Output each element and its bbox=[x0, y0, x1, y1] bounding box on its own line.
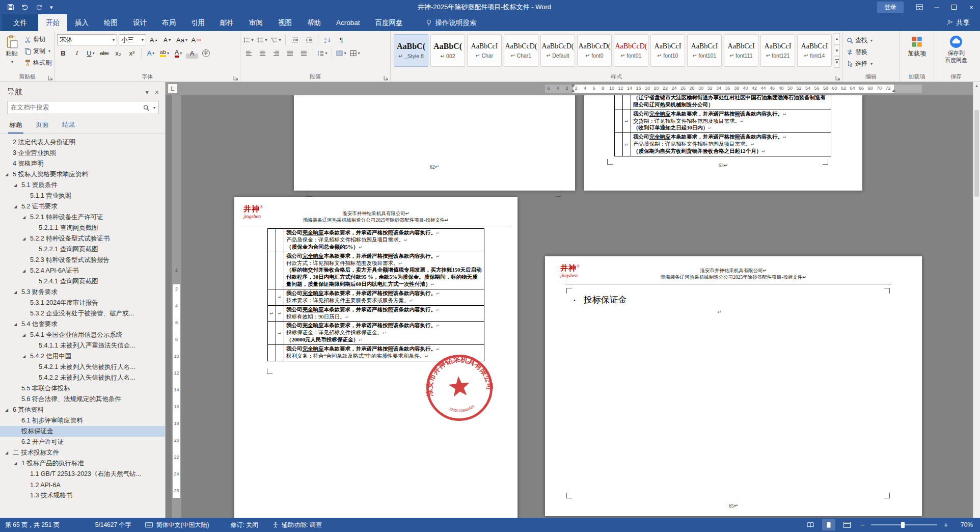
left-indent-marker[interactable] bbox=[571, 89, 575, 92]
nav-item[interactable]: 5.4.2.1 未被列入失信被执行人名... bbox=[0, 362, 165, 373]
expand-arrow-icon[interactable]: ◢ bbox=[22, 215, 30, 220]
shrink-font-button[interactable]: A▼ bbox=[161, 34, 174, 45]
nav-item[interactable]: 4 资格声明 bbox=[0, 158, 165, 169]
show-formatting-marks-button[interactable]: ¶ bbox=[335, 34, 347, 45]
nav-item[interactable]: 1.1 GB/T 22513-2023《石油天然气钻... bbox=[0, 469, 165, 480]
tab-邮件[interactable]: 邮件 bbox=[212, 14, 241, 31]
font-name-combo[interactable]: 宋体▾ bbox=[57, 34, 117, 45]
change-case-button[interactable]: Aa▾ bbox=[175, 34, 188, 45]
clear-formatting-button[interactable]: A bbox=[190, 34, 202, 45]
nav-item[interactable]: 5.4.2.2 未被列入失信被执行人名... bbox=[0, 373, 165, 383]
expand-arrow-icon[interactable]: ◢ bbox=[14, 204, 21, 209]
web-layout-button[interactable] bbox=[840, 519, 854, 530]
addins-button[interactable]: 加载项 bbox=[902, 33, 932, 60]
nav-item[interactable]: ◢1 投标产品的执行标准 bbox=[0, 458, 165, 469]
nav-item[interactable]: ◢5.1 资质条件 bbox=[0, 180, 165, 191]
format-painter-button[interactable]: 格式刷 bbox=[22, 58, 53, 68]
replace-button[interactable]: 替换 bbox=[845, 47, 897, 58]
nav-options-chevron-icon[interactable]: ▾ bbox=[146, 89, 149, 96]
page-indicator[interactable]: 第 65 页，共 251 页 bbox=[5, 521, 60, 529]
expand-arrow-icon[interactable]: ◢ bbox=[22, 333, 30, 337]
numbering-button[interactable]: ▾ bbox=[256, 34, 268, 45]
justify-button[interactable] bbox=[284, 47, 296, 59]
read-mode-button[interactable] bbox=[804, 519, 817, 530]
tab-帮助[interactable]: 帮助 bbox=[300, 14, 329, 31]
page-65[interactable]: 井神® jingshen 淮安市井神钻采机具有限公司↵ 渤海装备辽河热采机械制造… bbox=[545, 256, 922, 516]
nav-close-icon[interactable]: × bbox=[155, 88, 159, 96]
styles-scroll-up-button[interactable]: ▲ bbox=[834, 33, 840, 45]
nav-item[interactable]: 1.3 技术规格书 bbox=[0, 490, 165, 501]
accessibility-indicator[interactable]: 辅助功能: 调查 bbox=[273, 521, 322, 529]
word-count[interactable]: 5/14627 个字 bbox=[95, 521, 131, 529]
zoom-in-button[interactable]: + bbox=[942, 521, 949, 529]
tell-me-search[interactable]: 操作说明搜索 bbox=[426, 14, 477, 31]
nav-item[interactable]: 6.1 初步评审响应资料 bbox=[0, 415, 165, 426]
language-indicator[interactable]: 简体中文(中国大陆) bbox=[145, 521, 209, 529]
font-color-button[interactable]: A▾ bbox=[172, 47, 184, 59]
nav-tab-results[interactable]: 结果 bbox=[61, 118, 76, 134]
decrease-indent-button[interactable] bbox=[289, 34, 301, 45]
nav-item[interactable]: ◢5.4 信誉要求 bbox=[0, 319, 165, 330]
zoom-slider-thumb[interactable] bbox=[901, 522, 905, 528]
nav-item[interactable]: 6.2 开户许可证 bbox=[0, 437, 165, 447]
tab-设计[interactable]: 设计 bbox=[125, 14, 154, 31]
nav-item[interactable]: 投标保证金 bbox=[0, 426, 165, 437]
styles-dialog-launcher[interactable] bbox=[835, 75, 840, 81]
expand-arrow-icon[interactable]: ◢ bbox=[14, 183, 21, 188]
save-button[interactable] bbox=[7, 4, 14, 11]
expand-arrow-icon[interactable]: ◢ bbox=[22, 269, 30, 273]
superscript-button[interactable]: x² bbox=[126, 47, 138, 59]
style-item-font01[interactable]: AaBbCcD(↵ font01 bbox=[614, 34, 648, 67]
nav-item[interactable]: ◢5.2.4 API-6A证书 bbox=[0, 265, 165, 276]
align-center-button[interactable] bbox=[256, 47, 268, 59]
nav-item[interactable]: ◢5.4.2 信用中国 bbox=[0, 351, 165, 362]
italic-button[interactable]: I bbox=[71, 47, 83, 59]
align-right-button[interactable] bbox=[270, 47, 282, 59]
line-spacing-button[interactable]: ▾ bbox=[316, 47, 329, 59]
expand-arrow-icon[interactable]: ◢ bbox=[14, 322, 21, 327]
highlight-color-button[interactable]: ab▾ bbox=[158, 47, 171, 59]
expand-arrow-icon[interactable]: ◢ bbox=[14, 461, 21, 466]
tab-绘图[interactable]: 绘图 bbox=[96, 14, 125, 31]
nav-tab-headings[interactable]: 标题 bbox=[8, 118, 23, 134]
font-dialog-launcher[interactable] bbox=[233, 75, 238, 81]
nav-item[interactable]: 5.1.1 营业执照 bbox=[0, 191, 165, 201]
shading-button[interactable]: ▾ bbox=[335, 47, 347, 59]
tab-视图[interactable]: 视图 bbox=[270, 14, 300, 31]
nav-item[interactable]: ◢5.3 财务要求 bbox=[0, 287, 165, 298]
qat-customize-button[interactable]: ▾ bbox=[50, 4, 53, 11]
nav-item[interactable]: 5.2.1.1 查询网页截图 bbox=[0, 223, 165, 233]
page-64[interactable]: 井神® jingshen 淮安市井神钻采机具有限公司↵ 渤海装备辽河热采机械制造… bbox=[234, 197, 518, 518]
style-item-_Style 8[interactable]: AaBbC(↵ _Style 8 bbox=[394, 34, 428, 67]
expand-arrow-icon[interactable]: ◢ bbox=[5, 450, 13, 455]
scroll-up-arrow[interactable]: ▲ bbox=[973, 82, 980, 90]
nav-item[interactable]: 5.3.1 2024年度审计报告 bbox=[0, 298, 165, 308]
bold-button[interactable]: B bbox=[57, 47, 69, 59]
ribbon-display-options-button[interactable] bbox=[911, 0, 928, 14]
save-to-baidu-button[interactable]: 保存到百度网盘 bbox=[936, 33, 976, 66]
find-button[interactable]: 查找▾ bbox=[845, 35, 897, 46]
minimize-button[interactable]: ─ bbox=[928, 0, 945, 14]
style-item-Char1[interactable]: AaBbCcD(↵ Char1 bbox=[504, 34, 538, 67]
nav-item[interactable]: 3 企业营业执照 bbox=[0, 148, 165, 158]
grow-font-button[interactable]: A▲ bbox=[148, 34, 160, 45]
style-item-font14[interactable]: AaBbCcI↵ font14 bbox=[797, 34, 832, 67]
bullets-button[interactable]: ▾ bbox=[242, 34, 255, 45]
response-table[interactable]: （辽宁省盘锦市大洼区榆树街道办事处红村社区中国石油集团渤海石油装备制造有限公司辽… bbox=[614, 95, 831, 156]
style-item-font121[interactable]: AaBbCcI↵ font121 bbox=[760, 34, 795, 67]
track-changes-indicator[interactable]: 修订: 关闭 bbox=[230, 521, 258, 529]
nav-item[interactable]: 5.2.3 特种设备型式试验报告 bbox=[0, 255, 165, 265]
horizontal-ruler[interactable]: 642 246810121416182022242628303234363840… bbox=[166, 82, 973, 95]
nav-item[interactable]: 5.4.1.1 未被列入严重违法失信企... bbox=[0, 340, 165, 351]
expand-arrow-icon[interactable]: ◢ bbox=[22, 236, 30, 241]
tab-file[interactable]: 文件 bbox=[2, 14, 38, 31]
nav-item[interactable]: 5.5 非联合体投标 bbox=[0, 383, 165, 394]
zoom-percentage[interactable]: 70% bbox=[955, 521, 973, 528]
font-size-combo[interactable]: 小三▾ bbox=[119, 34, 146, 45]
nav-item[interactable]: ◢二 技术投标文件 bbox=[0, 447, 165, 458]
expand-arrow-icon[interactable]: ◢ bbox=[5, 172, 13, 177]
vertical-scrollbar[interactable]: ▲ bbox=[973, 82, 980, 518]
distribute-button[interactable] bbox=[297, 47, 310, 59]
nav-item[interactable]: 5.6 符合法律、法规规定的其他条件 bbox=[0, 394, 165, 405]
nav-item[interactable]: ◢5.2.1 特种设备生产许可证 bbox=[0, 212, 165, 223]
